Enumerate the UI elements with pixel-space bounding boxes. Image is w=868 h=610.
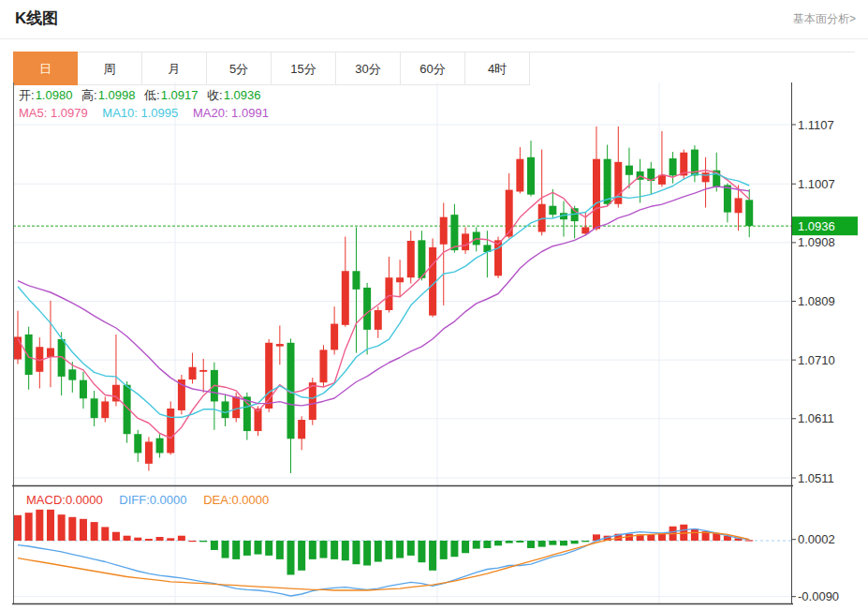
candle-body — [167, 409, 174, 453]
macd-hist-bar — [331, 541, 338, 559]
macd-hist-bar — [527, 541, 535, 548]
candle-body — [669, 158, 677, 175]
candle-body — [593, 159, 600, 230]
candle-body — [319, 350, 327, 382]
macd-hist-bar — [560, 541, 567, 545]
macd-hist-bar — [691, 528, 699, 541]
macd-hist-bar — [134, 538, 141, 541]
ma20-line — [18, 186, 749, 406]
macd-hist-bar — [265, 541, 272, 556]
open-label: 开: — [19, 88, 35, 102]
macd-hist-bar — [571, 541, 579, 543]
macd-hist-bar — [124, 536, 131, 541]
ma-legend: MA5: 1.0979 MA10: 1.0995 MA20: 1.0991 — [19, 106, 274, 120]
candle-body — [342, 271, 349, 325]
candle-body — [47, 348, 54, 356]
ma20-legend: MA20: 1.0991 — [193, 106, 269, 120]
candle-body — [462, 233, 469, 250]
candle-body — [702, 172, 710, 182]
open-value: 1.0980 — [36, 88, 73, 102]
candle-body — [255, 409, 262, 431]
macd-hist-bar — [178, 536, 185, 541]
macd-hist-bar — [647, 534, 655, 541]
macd-hist-bar — [58, 514, 66, 541]
candle-body — [276, 344, 284, 347]
macd-hist-bar — [375, 541, 382, 562]
macd-hist-bar — [506, 541, 513, 543]
macd-hist-bar — [309, 541, 316, 559]
price-axis-label: 1.0809 — [798, 294, 835, 308]
macd-hist-bar — [363, 541, 371, 566]
macd-hist-bar — [211, 541, 218, 550]
macd-hist-bar — [25, 513, 33, 541]
candle-body — [298, 420, 305, 439]
candle-body — [396, 277, 404, 282]
macd-hist-bar — [68, 517, 76, 541]
macd-hist-bar — [80, 519, 87, 541]
macd-hist-bar — [352, 541, 360, 564]
candle-body — [25, 335, 33, 375]
macd-hist-bar — [145, 539, 153, 541]
macd-hist-bar — [167, 538, 174, 541]
candle-body — [352, 271, 360, 290]
macd-hist-bar — [287, 541, 295, 574]
macd-hist-bar — [581, 541, 589, 542]
candle-body — [243, 396, 251, 431]
candle-body — [450, 215, 458, 250]
candle-body — [331, 324, 338, 350]
macd-axis-label: 0.0002 — [798, 532, 835, 546]
price-axis-label: 1.1007 — [798, 177, 835, 191]
macd-hist-bar — [319, 541, 327, 558]
dea-line — [18, 532, 749, 590]
high-value: 1.0998 — [98, 88, 136, 102]
candle-body — [418, 240, 425, 277]
macd-hist-bar — [538, 541, 546, 547]
price-axis-label: 1.1107 — [798, 118, 834, 132]
macd-hist-bar — [450, 541, 458, 557]
candle-body — [145, 441, 153, 463]
macd-hist-bar — [473, 541, 480, 549]
candle-body — [745, 200, 753, 226]
macd-hist-bar — [440, 541, 448, 559]
macd-hist-bar — [396, 541, 404, 558]
candle-body — [385, 277, 392, 310]
diff-value: DIFF:0.0000 — [119, 493, 186, 507]
macd-hist-bar — [462, 541, 469, 553]
macd-hist-bar — [516, 541, 523, 543]
candle-body — [309, 382, 316, 420]
current-price-badge-text: 1.0936 — [798, 219, 835, 233]
candle-body — [80, 380, 87, 399]
macd-hist-bar — [342, 541, 349, 560]
macd-hist-bar — [14, 515, 22, 541]
ma10-legend: MA10: 1.0995 — [102, 106, 178, 120]
close-value: 1.0936 — [224, 88, 261, 102]
macd-hist-bar — [276, 541, 284, 559]
candle-body — [516, 159, 523, 192]
macd-hist-bar — [36, 510, 43, 541]
candle-body — [232, 396, 240, 418]
candle-body — [527, 157, 535, 195]
price-axis-label: 1.0611 — [798, 411, 834, 425]
candle-body — [363, 288, 371, 330]
macd-hist-bar — [483, 541, 491, 548]
candle-body — [199, 370, 207, 372]
candle-body — [604, 159, 611, 204]
macd-hist-bar — [418, 541, 425, 562]
candle-body — [222, 401, 229, 418]
candle-body — [549, 206, 556, 215]
macd-hist-bar — [189, 541, 197, 542]
macd-hist-bar — [101, 527, 109, 541]
candle-body — [189, 367, 197, 379]
candle-body — [14, 336, 22, 359]
macd-hist-bar — [385, 541, 392, 559]
low-label: 低: — [144, 88, 160, 102]
high-label: 高: — [81, 88, 97, 102]
macd-hist-bar — [745, 540, 753, 541]
candle-body — [375, 310, 382, 330]
candle-body — [724, 186, 731, 213]
macd-hist-bar — [494, 541, 502, 545]
macd-hist-bar — [222, 541, 229, 558]
low-value: 1.0917 — [161, 88, 199, 102]
ma5-legend: MA5: 1.0979 — [19, 106, 88, 120]
price-axis-label: 1.0710 — [798, 353, 835, 367]
